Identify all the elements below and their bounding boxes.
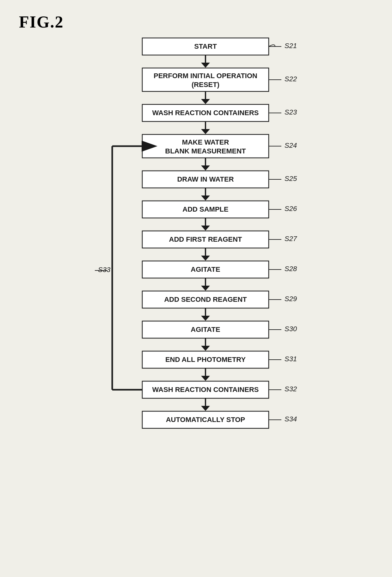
step-label-s28: S28 (285, 265, 297, 273)
step-text-s24a: MAKE WATER (182, 138, 229, 146)
step-text-s34: AUTOMATICALLY STOP (166, 416, 245, 424)
arrowhead-s23-s24 (201, 129, 210, 134)
step-text-s29: ADD SECOND REAGENT (164, 295, 247, 303)
arrowhead-s22-s23 (201, 99, 210, 104)
step-text-s26: ADD SAMPLE (182, 205, 228, 213)
step-label-s31: S31 (285, 355, 297, 363)
arrowhead-s21-s22 (201, 63, 210, 68)
arrowhead-s29-s30 (201, 316, 210, 321)
step-label-s22: S22 (285, 75, 297, 83)
step-text-s32: WASH REACTION CONTAINERS (152, 386, 259, 394)
step-text-s31: END ALL PHOTOMETRY (165, 356, 246, 363)
step-text-s22a: PERFORM INITIAL OPERATION (154, 72, 257, 80)
loop-label-s33: S33 (98, 266, 111, 274)
step-text-s22b: (RESET) (192, 81, 219, 89)
step-label-s24: S24 (285, 141, 297, 149)
step-label-s27: S27 (285, 235, 297, 243)
step-text-s21: START (194, 42, 217, 50)
figure-label: FIG.2 (19, 13, 64, 31)
arrowhead-s26-s27 (201, 226, 210, 231)
arrowhead-s31-s32 (201, 376, 210, 381)
step-text-s30: AGITATE (191, 326, 220, 333)
flowchart-diagram: START S21 PERFORM INITIAL OPERATION (RES… (63, 32, 348, 563)
page: FIG.2 START (0, 0, 392, 577)
step-text-s23: WASH REACTION CONTAINERS (152, 109, 259, 117)
step-label-s29: S29 (285, 295, 297, 303)
step-label-s21: S21 (285, 42, 297, 50)
step-label-s30: S30 (285, 325, 297, 333)
step-text-s28: AGITATE (191, 265, 220, 273)
step-label-s32: S32 (285, 385, 297, 393)
step-text-s24b: BLANK MEASUREMENT (165, 147, 246, 155)
arrowhead-s32-s34 (201, 406, 210, 411)
arrowhead-s30-s31 (201, 346, 210, 351)
step-label-s23: S23 (285, 108, 297, 116)
step-text-s25: DRAW IN WATER (177, 175, 234, 183)
arrowhead-s25-s26 (201, 195, 210, 201)
arrowhead-s27-s28 (201, 256, 210, 261)
step-label-s34: S34 (285, 415, 297, 423)
step-text-s27: ADD FIRST REAGENT (169, 235, 242, 243)
step-label-s25: S25 (285, 175, 297, 183)
arrowhead-s28-s29 (201, 286, 210, 291)
step-label-s26: S26 (285, 205, 297, 213)
arrowhead-s24-s25 (201, 165, 210, 171)
